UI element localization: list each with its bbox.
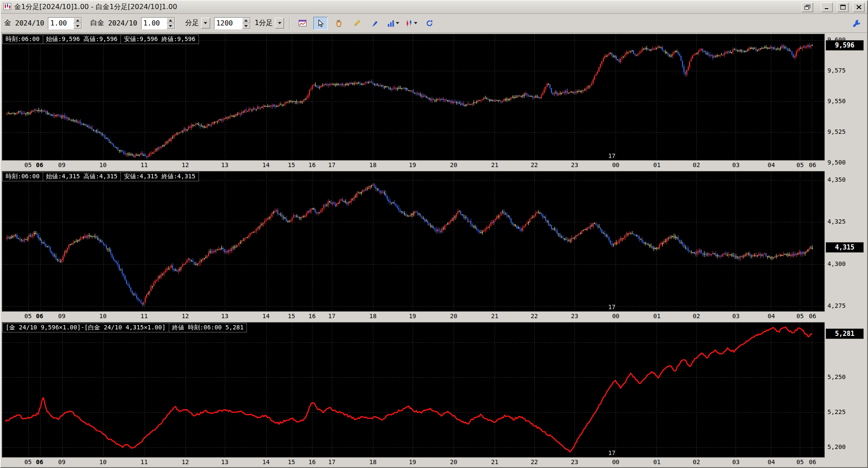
x-axis-label: 23 xyxy=(571,313,578,319)
timeframe-dropdown-button[interactable] xyxy=(201,18,210,28)
x-axis-label: 12 xyxy=(182,313,189,319)
x-axis-label: 09 xyxy=(58,313,66,319)
minimize-button[interactable] xyxy=(821,3,833,12)
timeframe-dropdown[interactable]: 分足 xyxy=(185,17,210,29)
settings-wrench-button[interactable] xyxy=(849,17,864,30)
toolbar: 金 2024/10 白金 2024/10 分足 xyxy=(1,14,867,33)
y-axis-label: 9,550 xyxy=(827,98,846,104)
pencil-tool-button[interactable] xyxy=(350,17,364,30)
gold-time-axis: 0506091011121314151617181920212223000102… xyxy=(2,161,825,169)
spread-price-axis: 5,2505,2255,2005,281 xyxy=(825,322,866,466)
chart-panels: 時刻:06:00始値:9,596 高値:9,596安値:9,596 終値:9,5… xyxy=(1,33,867,467)
bar-count-down-button[interactable] xyxy=(242,23,250,29)
x-axis-label: 19 xyxy=(409,161,416,168)
chart-type-dropdown-button[interactable] xyxy=(404,17,418,30)
platinum-info-row: 時刻:06:00始値:4,315 高値:4,315安値:4,315 終値:4,3… xyxy=(3,172,199,181)
x-axis-label: 13 xyxy=(221,459,228,465)
platinum-multiplier-down-button[interactable] xyxy=(167,23,175,29)
gold-multiplier-up-button[interactable] xyxy=(73,18,82,23)
hand-icon xyxy=(335,19,343,27)
y-axis-label: 5,250 xyxy=(827,373,846,380)
last-price-badge: 5,281 xyxy=(826,329,864,339)
spread-info-row: [金 24/10 9,596×1.00]-[白金 24/10 4,315×1.0… xyxy=(3,323,247,332)
x-axis-label: 00 xyxy=(612,161,619,168)
x-axis-label: 23 xyxy=(571,161,578,168)
x-axis-label: 17 xyxy=(328,313,335,319)
restore-icon xyxy=(805,5,810,9)
x-axis-label: 14 xyxy=(262,161,270,168)
platinum-multiplier-input[interactable] xyxy=(142,18,167,29)
spread-panel: [金 24/10 9,596×1.00]-[白金 24/10 4,315×1.0… xyxy=(2,322,866,466)
x-axis-label: 05 xyxy=(25,313,32,319)
x-axis-label: 20 xyxy=(450,313,458,319)
down-arrow-icon xyxy=(414,22,417,24)
maximize-button[interactable] xyxy=(837,3,849,12)
pen-tool-button[interactable] xyxy=(368,17,382,30)
x-axis-label: 20 xyxy=(450,161,458,168)
x-axis-label: 17 xyxy=(328,161,335,168)
up-arrow-icon xyxy=(169,19,172,22)
x-axis-label: 00 xyxy=(612,459,619,465)
bar-count-input[interactable] xyxy=(215,18,242,29)
x-axis-label: 20 xyxy=(450,459,458,465)
chart-info-cell: 時刻:06:00 xyxy=(2,172,43,181)
app-icon xyxy=(3,3,11,12)
platinum-panel: 時刻:06:00始値:4,315 高値:4,315安値:4,315 終値:4,3… xyxy=(2,171,866,320)
maximize-icon xyxy=(840,5,846,9)
chart-info-cell: 始値:9,596 高値:9,596 xyxy=(43,35,121,44)
x-axis-label: 13 xyxy=(221,161,228,168)
gold-multiplier-input[interactable] xyxy=(48,18,73,29)
x-axis-label: 05 xyxy=(25,459,32,465)
toolbar-separator xyxy=(289,17,290,29)
chart-info-cell: 安値:9,596 終値:9,596 xyxy=(120,35,199,44)
gold-chart-canvas[interactable] xyxy=(2,34,824,160)
bar-type-dropdown-label: 1分足 xyxy=(255,19,273,28)
x-axis-label: 16 xyxy=(309,161,316,168)
reload-button[interactable] xyxy=(422,17,436,30)
y-axis-label: 4,300 xyxy=(827,260,846,267)
y-axis-label: 9,525 xyxy=(827,128,846,135)
window-title: 金1分足[2024/10]1.00 - 白金1分足[2024/10]1.00 xyxy=(14,3,177,12)
x-axis-label: 18 xyxy=(369,161,377,168)
platinum-multiplier-spinner xyxy=(141,17,175,29)
up-arrow-icon xyxy=(244,19,248,22)
platinum-price-axis: 4,3504,3254,3004,2754,315 xyxy=(825,171,866,320)
chart-info-cell: 安値:4,315 終値:4,315 xyxy=(120,172,199,181)
x-axis-label: 15 xyxy=(288,459,295,465)
close-button[interactable] xyxy=(853,3,865,12)
bar-type-dropdown[interactable]: 1分足 xyxy=(255,17,284,29)
x-axis-label: 02 xyxy=(693,313,700,319)
x-axis-label: 18 xyxy=(369,459,377,465)
refresh-icon xyxy=(425,19,434,27)
platinum-contract-month: 2024/10 xyxy=(108,19,137,27)
chart-info-cell: 時刻:06:00 xyxy=(2,35,43,44)
x-axis-label: 16 xyxy=(309,459,316,465)
x-axis-label: 06 xyxy=(809,161,816,168)
pointer-tool-button[interactable] xyxy=(313,17,328,30)
x-axis-label: 03 xyxy=(732,161,740,168)
platinum-multiplier-up-button[interactable] xyxy=(167,18,175,23)
bar-count-spinner xyxy=(214,17,251,29)
hand-tool-button[interactable] xyxy=(331,17,346,30)
bar-type-dropdown-button[interactable] xyxy=(275,18,284,28)
gold-multiplier-down-button[interactable] xyxy=(73,23,82,29)
down-arrow-icon xyxy=(396,22,399,24)
x-axis-label: 04 xyxy=(768,161,775,168)
wrench-icon xyxy=(852,19,861,28)
app-window: 金1分足[2024/10]1.00 - 白金1分足[2024/10]1.00 金… xyxy=(0,0,868,468)
restore-window-button[interactable] xyxy=(802,3,813,12)
x-axis-label: 22 xyxy=(530,459,538,465)
minimize-icon xyxy=(824,5,830,9)
indicator-dropdown-button[interactable] xyxy=(386,17,400,30)
x-axis-label: 12 xyxy=(182,161,189,168)
platinum-chart-canvas[interactable] xyxy=(2,171,824,311)
chart-layout-button[interactable] xyxy=(295,17,309,30)
down-arrow-icon xyxy=(169,25,172,27)
chart-info-cell: 終値 時刻:06:00 5,281 xyxy=(169,323,247,332)
spread-chart-canvas[interactable] xyxy=(2,323,824,457)
pencil-icon xyxy=(353,19,361,27)
pen-icon xyxy=(371,19,379,27)
bar-count-up-button[interactable] xyxy=(242,18,250,23)
bar-chart-icon xyxy=(387,19,395,27)
x-axis-label: 09 xyxy=(58,161,66,168)
